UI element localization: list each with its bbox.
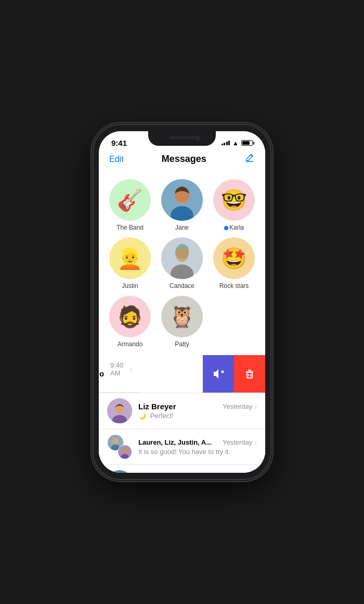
pinned-avatar-karla: 🤓	[213, 179, 255, 221]
message-item-lisa-moreno[interactable]: 😊 Lisa Moreno 9:40 AM › 😊	[99, 355, 140, 393]
status-time: 9:41	[111, 139, 127, 147]
msg-preview-group: It is so good! You have to try it.	[138, 448, 257, 456]
msg-time-group: Yesterday	[223, 438, 252, 446]
pinned-avatar-justin: 👱	[109, 237, 151, 279]
svg-rect-10	[247, 372, 252, 378]
msg-name-group: Lauren, Liz, Justin, A...	[138, 438, 212, 446]
pinned-contacts-grid: 🎸 The Band Jane 🤓	[99, 171, 265, 355]
signal-icon	[222, 141, 230, 145]
pinned-contact-karla[interactable]: 🤓 Karla	[208, 176, 260, 234]
pinned-contact-the-band[interactable]: 🎸 The Band	[104, 176, 156, 234]
pinned-name-karla: Karla	[224, 224, 244, 231]
status-icons: ▲	[222, 140, 253, 147]
pinned-avatar-jane	[161, 179, 203, 221]
moon-icon-liz: 🌙	[138, 412, 146, 420]
phone-screen: 9:41 ▲ Edit Messages	[99, 131, 265, 473]
pinned-name-jane: Jane	[175, 224, 189, 231]
pinned-name-candace: Candace	[170, 282, 194, 290]
pinned-name-armando: Armando	[118, 341, 143, 348]
pinned-contact-patty[interactable]: 🦉 Patty	[156, 293, 208, 351]
pinned-contact-armando[interactable]: 🧔 Armando	[104, 293, 156, 351]
avatar-group	[107, 434, 132, 459]
chevron-group: ›	[254, 438, 257, 447]
battery-icon	[241, 140, 253, 146]
msg-preview-lisa: 😊	[99, 379, 132, 387]
edit-button[interactable]: Edit	[109, 155, 124, 164]
pinned-avatar-the-band: 🎸	[109, 179, 151, 221]
phone-frame: 9:41 ▲ Edit Messages	[94, 125, 270, 479]
msg-name-liz: Liz Breyer	[138, 402, 176, 411]
message-item-liz-breyer[interactable]: Liz Breyer Yesterday › 🌙 Perfect!	[99, 393, 265, 429]
msg-preview-liz: 🌙 Perfect!	[138, 412, 257, 420]
message-item-susan-shaw[interactable]: Susan Shaw Yesterday › Glad to hear it ❤…	[99, 465, 265, 473]
svg-point-19	[112, 438, 118, 445]
pinned-name-rock-stars: Rock stars	[219, 282, 249, 290]
swipe-row-lisa: 😊 Lisa Moreno 9:40 AM › 😊	[99, 355, 265, 393]
page-title: Messages	[162, 154, 206, 165]
compose-button[interactable]	[244, 153, 255, 166]
mute-icon	[212, 368, 225, 380]
camera	[195, 135, 200, 141]
message-item-group-chat[interactable]: Lauren, Liz, Justin, A... Yesterday › It…	[99, 429, 265, 465]
avatar-liz	[107, 398, 132, 423]
delete-action-button[interactable]	[234, 355, 265, 393]
speaker	[169, 136, 195, 139]
msg-content-lisa: Lisa Moreno 9:40 AM › 😊	[99, 360, 132, 387]
pinned-avatar-candace	[161, 237, 203, 279]
pinned-avatar-rock-stars: 🤩	[213, 237, 255, 279]
compose-icon	[244, 153, 255, 163]
swipe-actions-lisa	[203, 355, 265, 393]
pinned-contact-jane[interactable]: Jane	[156, 176, 208, 234]
pinned-avatar-armando: 🧔	[109, 296, 151, 337]
chevron-liz: ›	[254, 402, 257, 411]
message-list: 😊 Lisa Moreno 9:40 AM › 😊	[99, 355, 265, 473]
svg-point-22	[122, 448, 127, 454]
mute-action-button[interactable]	[203, 355, 234, 393]
notch	[148, 131, 216, 146]
pinned-avatar-patty: 🦉	[161, 296, 203, 337]
pinned-contact-candace[interactable]: Candace	[156, 234, 208, 293]
avatar-group-2	[118, 445, 132, 459]
pinned-name-the-band: The Band	[116, 224, 144, 231]
messages-header: Edit Messages	[99, 150, 265, 171]
msg-content-group: Lauren, Liz, Justin, A... Yesterday › It…	[138, 438, 257, 456]
unread-dot-karla	[224, 226, 228, 230]
chevron-lisa: ›	[129, 365, 132, 373]
svg-point-24	[107, 470, 132, 473]
msg-name-lisa: Lisa Moreno	[99, 360, 110, 378]
pinned-name-justin: Justin	[122, 282, 138, 290]
pinned-name-patty: Patty	[175, 341, 189, 348]
trash-icon	[244, 368, 255, 380]
msg-content-liz: Liz Breyer Yesterday › 🌙 Perfect!	[138, 402, 257, 420]
wifi-icon: ▲	[232, 140, 239, 147]
pinned-contact-rock-stars[interactable]: 🤩 Rock stars	[208, 234, 260, 293]
msg-time-lisa: 9:40 AM	[110, 361, 127, 377]
avatar-susan	[107, 470, 132, 473]
pinned-contact-justin[interactable]: 👱 Justin	[104, 234, 156, 293]
msg-time-liz: Yesterday	[223, 402, 252, 410]
